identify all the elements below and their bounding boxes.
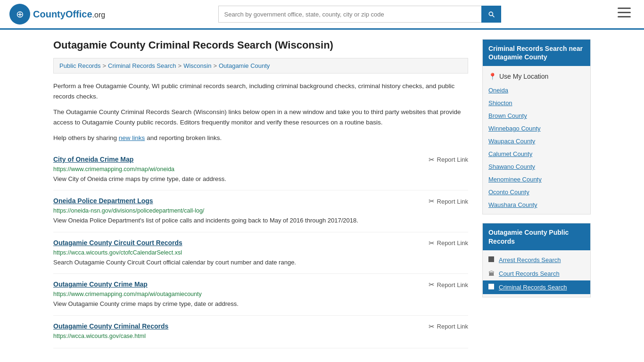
sidebar-nearby-section: Criminal Records Search near Outagamie C… [482,39,591,214]
result-item: Outagamie County Circuit Court Records ✂… [53,232,468,274]
report-icon: ✂ [429,322,435,331]
svg-rect-0 [618,8,631,9]
result-url: https://www.crimemapping.com/map/wi/onei… [53,166,468,173]
logo-text: CountyOffice.org [33,9,105,20]
nearby-link[interactable]: Menominee County [488,176,542,183]
sidebar-item: Calumet County [483,148,590,160]
location-icon: 📍 [488,73,496,80]
search-input[interactable] [218,6,481,23]
arrest-icon [488,256,495,263]
search-icon [487,10,495,18]
result-item: Outagamie County Criminal Records ✂ Repo… [53,316,468,348]
result-item: Oneida Police Department Logs ✂ Report L… [53,190,468,232]
nearby-link[interactable]: Brown County [488,112,527,119]
report-icon: ✂ [429,156,435,164]
criminal-icon [488,284,495,290]
sidebar-item: Winnebago County [483,122,590,135]
report-link[interactable]: ✂ Report Link [429,156,468,164]
result-title-row: City of Oneida Crime Map ✂ Report Link [53,156,468,164]
nearby-link[interactable]: Oneida [488,87,508,94]
sidebar-item: Waupaca County [483,135,590,148]
result-title-row: Outagamie County Crime Map ✂ Report Link [53,280,468,289]
result-title[interactable]: City of Oneida Crime Map [53,156,133,163]
desc-3: Help others by sharing new links and rep… [53,133,468,143]
result-title[interactable]: Outagamie County Circuit Court Records [53,239,182,247]
report-icon: ✂ [429,197,435,206]
breadcrumb-sep-1: > [102,62,106,69]
report-icon: ✂ [429,280,435,289]
nearby-link[interactable]: Shiocton [488,99,512,107]
nearby-link[interactable]: Oconto County [488,189,529,196]
svg-rect-2 [618,16,631,17]
result-desc: View City of Oneida crime maps by crime … [53,174,468,184]
result-title[interactable]: Outagamie County Crime Map [53,280,148,288]
hamburger-icon [618,8,631,18]
desc-2: The Outagamie County Criminal Records Se… [53,107,468,127]
sidebar-use-my-location[interactable]: 📍 Use My Location [483,69,590,84]
sidebar-public-records-list: Arrest Records Search 🏛 Court Records Se… [483,250,590,297]
report-link[interactable]: ✂ Report Link [429,280,468,289]
nearby-link[interactable]: Shawano County [488,163,535,170]
result-url: https://www.crimemapping.com/map/wi/outa… [53,291,468,297]
breadcrumb-link-criminal-records[interactable]: Criminal Records Search [108,62,176,69]
breadcrumb-link-public-records[interactable]: Public Records [59,62,100,69]
sidebar-item: Menominee County [483,173,590,186]
results-list: City of Oneida Crime Map ✂ Report Link h… [53,149,468,348]
logo-icon: ⊕ [9,4,30,25]
nearby-link[interactable]: Calumet County [488,150,532,157]
nearby-link[interactable]: Winnebago County [488,125,541,132]
result-url: https://wcca.wicourts.gov/ctofcCalendarS… [53,249,468,256]
svg-rect-1 [618,12,631,13]
report-link[interactable]: ✂ Report Link [429,197,468,206]
court-icon: 🏛 [488,270,495,277]
sidebar-public-records-section: Outagamie County Public Records Arrest R… [482,223,591,297]
logo-area: ⊕ CountyOffice.org [9,4,105,25]
pub-rec-item-court[interactable]: 🏛 Court Records Search [483,267,590,280]
sidebar-public-records-title: Outagamie County Public Records [483,223,590,250]
breadcrumb-link-outagamie[interactable]: Outagamie County [219,62,270,69]
nearby-link[interactable]: Waupaca County [488,138,535,145]
breadcrumb: Public Records > Criminal Records Search… [53,58,468,74]
main-content: Outagamie County Criminal Records Search… [53,39,468,348]
criminal-records-link[interactable]: Criminal Records Search [499,284,567,291]
pub-rec-item-criminal[interactable]: Criminal Records Search [483,280,590,294]
court-records-link[interactable]: Court Records Search [499,270,560,277]
arrest-records-link[interactable]: Arrest Records Search [499,256,561,263]
nearby-link[interactable]: Waushara County [488,201,537,208]
result-item: Outagamie County Crime Map ✂ Report Link… [53,274,468,316]
sidebar-item: Brown County [483,109,590,122]
sidebar-nearby-list: 📍 Use My Location Oneida Shiocton Brown … [483,66,590,214]
result-title[interactable]: Oneida Police Department Logs [53,197,153,205]
sidebar-item: Shawano County [483,160,590,173]
breadcrumb-sep-3: > [213,62,217,69]
page-title: Outagamie County Criminal Records Search… [53,39,468,51]
search-area [218,6,501,23]
result-desc: View Outagamie County crime maps by crim… [53,299,468,309]
content-wrapper: Outagamie County Criminal Records Search… [39,30,605,358]
search-button[interactable] [481,6,501,23]
new-links-link[interactable]: new links [119,134,145,141]
breadcrumb-sep-2: > [178,62,182,69]
result-item: City of Oneida Crime Map ✂ Report Link h… [53,149,468,191]
report-link[interactable]: ✂ Report Link [429,322,468,331]
result-desc: Search Outagamie County Circuit Court of… [53,258,468,267]
result-url: https://wcca.wicourts.gov/case.html [53,333,468,339]
sidebar-item: Shiocton [483,97,590,109]
pub-rec-item-arrest[interactable]: Arrest Records Search [483,253,590,267]
result-title-row: Outagamie County Circuit Court Records ✂… [53,239,468,247]
use-my-location-link[interactable]: Use My Location [499,73,548,80]
result-title-row: Outagamie County Criminal Records ✂ Repo… [53,322,468,331]
desc-1: Perform a free Outagamie County, WI publ… [53,81,468,101]
site-header: ⊕ CountyOffice.org [0,0,644,30]
result-desc: View Oneida Police Department's list of … [53,216,468,225]
result-url: https://oneida-nsn.gov/divisions/policed… [53,207,468,214]
menu-button[interactable] [614,6,635,23]
breadcrumb-link-wisconsin[interactable]: Wisconsin [183,62,211,69]
result-title-row: Oneida Police Department Logs ✂ Report L… [53,197,468,206]
sidebar-item: Oneida [483,84,590,97]
sidebar-item: Oconto County [483,186,590,198]
sidebar-item: Waushara County [483,198,590,211]
report-link[interactable]: ✂ Report Link [429,239,468,247]
report-icon: ✂ [429,239,435,247]
result-title[interactable]: Outagamie County Criminal Records [53,322,168,330]
